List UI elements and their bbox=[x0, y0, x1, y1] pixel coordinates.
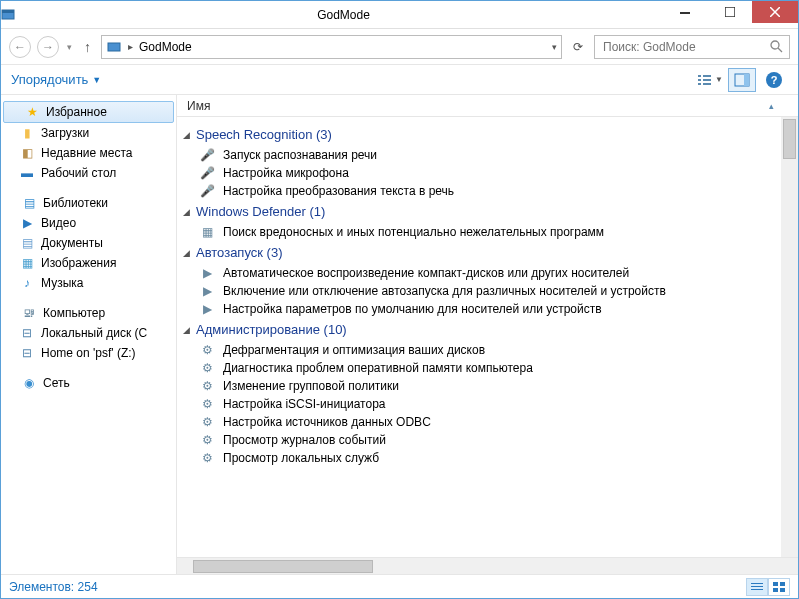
network-icon: ◉ bbox=[21, 375, 37, 391]
item-icon: ⚙ bbox=[199, 414, 215, 430]
address-dropdown-icon[interactable]: ▾ bbox=[552, 42, 557, 52]
item-label: Просмотр локальных служб bbox=[223, 451, 379, 465]
document-icon: ▤ bbox=[19, 235, 35, 251]
column-header-name[interactable]: Имя ▴ bbox=[177, 95, 798, 117]
file-list-pane: Имя ▴ ◢Speech Recognition (3)🎤Запуск рас… bbox=[177, 95, 798, 574]
svg-rect-22 bbox=[773, 588, 778, 592]
search-box[interactable] bbox=[594, 35, 790, 59]
group-name: Администрирование (10) bbox=[196, 322, 347, 337]
item-icon: ⚙ bbox=[199, 432, 215, 448]
svg-rect-1 bbox=[2, 10, 14, 13]
list-item[interactable]: ▶Автоматическое воспроизведение компакт-… bbox=[177, 264, 798, 282]
item-label: Настройка преобразования текста в речь bbox=[223, 184, 454, 198]
item-icon: 🎤 bbox=[199, 147, 215, 163]
sidebar-item-recent[interactable]: ◧ Недавние места bbox=[1, 143, 176, 163]
item-label: Дефрагментация и оптимизация ваших диско… bbox=[223, 343, 485, 357]
item-label: Автоматическое воспроизведение компакт-д… bbox=[223, 266, 629, 280]
item-label: Настройка микрофона bbox=[223, 166, 349, 180]
sidebar-computer[interactable]: 🖳 Компьютер bbox=[1, 303, 176, 323]
sidebar-libraries[interactable]: ▤ Библиотеки bbox=[1, 193, 176, 213]
details-view-button[interactable] bbox=[746, 578, 768, 596]
help-button[interactable]: ? bbox=[760, 68, 788, 92]
up-button[interactable]: ↑ bbox=[80, 39, 95, 55]
group-name: Windows Defender (1) bbox=[196, 204, 325, 219]
list-item[interactable]: ⚙Настройка источников данных ODBC bbox=[177, 413, 798, 431]
list-item[interactable]: 🎤Настройка микрофона bbox=[177, 164, 798, 182]
sidebar-favorites[interactable]: ★ Избранное bbox=[3, 101, 174, 123]
list-item[interactable]: ▦Поиск вредоносных и иных потенциально н… bbox=[177, 223, 798, 241]
sidebar-network[interactable]: ◉ Сеть bbox=[1, 373, 176, 393]
list-item[interactable]: 🎤Запуск распознавания речи bbox=[177, 146, 798, 164]
item-label: Диагностика проблем оперативной памяти к… bbox=[223, 361, 533, 375]
item-icon: ⚙ bbox=[199, 360, 215, 376]
sidebar-item-downloads[interactable]: ▮ Загрузки bbox=[1, 123, 176, 143]
sort-indicator-icon: ▴ bbox=[769, 101, 774, 111]
item-icon: ⚙ bbox=[199, 342, 215, 358]
sidebar-item-video[interactable]: ▶ Видео bbox=[1, 213, 176, 233]
group-header[interactable]: ◢Администрирование (10) bbox=[177, 318, 798, 341]
forward-button[interactable]: → bbox=[37, 36, 59, 58]
list-item[interactable]: ▶Включение или отключение автозапуска дл… bbox=[177, 282, 798, 300]
status-items-count: 254 bbox=[78, 580, 98, 594]
address-bar[interactable]: ▸ GodMode ▾ bbox=[101, 35, 562, 59]
list-item[interactable]: ⚙Изменение групповой политики bbox=[177, 377, 798, 395]
search-input[interactable] bbox=[601, 39, 761, 55]
svg-rect-19 bbox=[751, 589, 763, 590]
title-bar: GodMode bbox=[1, 1, 798, 29]
item-icon: 🎤 bbox=[199, 165, 215, 181]
group-header[interactable]: ◢Автозапуск (3) bbox=[177, 241, 798, 264]
item-label: Поиск вредоносных и иных потенциально не… bbox=[223, 225, 604, 239]
control-panel-icon bbox=[106, 39, 122, 55]
list-item[interactable]: 🎤Настройка преобразования текста в речь bbox=[177, 182, 798, 200]
scrollbar-thumb[interactable] bbox=[193, 560, 373, 573]
list-item[interactable]: ⚙Диагностика проблем оперативной памяти … bbox=[177, 359, 798, 377]
app-icon bbox=[1, 8, 25, 22]
item-icon: ⚙ bbox=[199, 378, 215, 394]
group-header[interactable]: ◢Windows Defender (1) bbox=[177, 200, 798, 223]
list-item[interactable]: ⚙Просмотр локальных служб bbox=[177, 449, 798, 467]
sidebar-item-music[interactable]: ♪ Музыка bbox=[1, 273, 176, 293]
item-icon: ▦ bbox=[199, 224, 215, 240]
navigation-bar: ← → ▾ ↑ ▸ GodMode ▾ ⟳ bbox=[1, 29, 798, 65]
list-item[interactable]: ⚙Просмотр журналов событий bbox=[177, 431, 798, 449]
minimize-button[interactable] bbox=[662, 1, 707, 23]
refresh-button[interactable]: ⟳ bbox=[568, 40, 588, 54]
sidebar-item-local-disk[interactable]: ⊟ Локальный диск (C bbox=[1, 323, 176, 343]
svg-rect-20 bbox=[773, 582, 778, 586]
icons-view-button[interactable] bbox=[768, 578, 790, 596]
sidebar-item-desktop[interactable]: ▬ Рабочий стол bbox=[1, 163, 176, 183]
maximize-button[interactable] bbox=[707, 1, 752, 23]
sidebar-item-images[interactable]: ▦ Изображения bbox=[1, 253, 176, 273]
group-header[interactable]: ◢Speech Recognition (3) bbox=[177, 123, 798, 146]
list-item[interactable]: ▶Настройка параметров по умолчанию для н… bbox=[177, 300, 798, 318]
group-name: Speech Recognition (3) bbox=[196, 127, 332, 142]
list-item[interactable]: ⚙Настройка iSCSI-инициатора bbox=[177, 395, 798, 413]
item-label: Настройка источников данных ODBC bbox=[223, 415, 431, 429]
vertical-scrollbar[interactable] bbox=[781, 117, 798, 557]
breadcrumb-current[interactable]: GodMode bbox=[139, 40, 192, 54]
sidebar-item-network-drive[interactable]: ⊟ Home on 'psf' (Z:) bbox=[1, 343, 176, 363]
view-options-button[interactable]: ▼ bbox=[696, 68, 724, 92]
file-list[interactable]: ◢Speech Recognition (3)🎤Запуск распознав… bbox=[177, 117, 798, 557]
sidebar-item-documents[interactable]: ▤ Документы bbox=[1, 233, 176, 253]
svg-rect-9 bbox=[698, 75, 701, 77]
history-dropdown-icon[interactable]: ▾ bbox=[65, 42, 74, 52]
group-name: Автозапуск (3) bbox=[196, 245, 282, 260]
svg-rect-3 bbox=[725, 7, 735, 17]
search-icon[interactable] bbox=[770, 40, 783, 53]
close-button[interactable] bbox=[752, 1, 798, 23]
organize-menu[interactable]: Упорядочить ▼ bbox=[11, 72, 101, 87]
drive-icon: ⊟ bbox=[19, 325, 35, 341]
chevron-down-icon: ▼ bbox=[92, 75, 101, 85]
collapse-triangle-icon: ◢ bbox=[183, 325, 190, 335]
item-label: Просмотр журналов событий bbox=[223, 433, 386, 447]
list-item[interactable]: ⚙Дефрагментация и оптимизация ваших диск… bbox=[177, 341, 798, 359]
svg-rect-10 bbox=[698, 79, 701, 81]
network-drive-icon: ⊟ bbox=[19, 345, 35, 361]
svg-rect-18 bbox=[751, 586, 763, 587]
item-label: Запуск распознавания речи bbox=[223, 148, 377, 162]
horizontal-scrollbar[interactable] bbox=[177, 557, 798, 574]
scrollbar-thumb[interactable] bbox=[783, 119, 796, 159]
back-button[interactable]: ← bbox=[9, 36, 31, 58]
preview-pane-button[interactable] bbox=[728, 68, 756, 92]
